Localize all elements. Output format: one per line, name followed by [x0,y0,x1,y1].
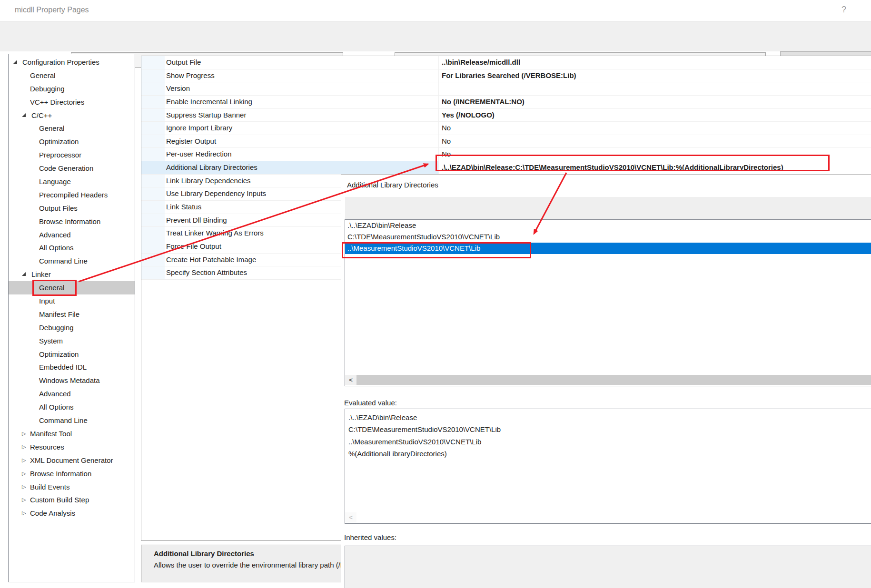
tree-item-label: All Options [9,403,74,411]
configuration-bar: Configuration: Active(Release) Platform:… [0,21,871,51]
tree-item-windows-metadata[interactable]: Windows Metadata [9,374,135,387]
evaluated-value-box[interactable]: .\..\EZAD\bin\ReleaseC:\TDE\MeasurementS… [345,409,871,524]
tree-item-output-files[interactable]: Output Files [9,202,135,215]
tree-item-label: Advanced [9,390,71,398]
tree-expanded-icon[interactable] [22,113,26,117]
scroll-left-button[interactable]: < [345,375,356,385]
grid-gutter [141,214,165,227]
tree-item-xml-document-generator[interactable]: ▷XML Document Generator [9,454,135,467]
property-value[interactable]: No (/INCREMENTAL:NO) [438,96,871,108]
tree-item-label: Output Files [9,204,78,212]
tree-collapsed-icon[interactable]: ▷ [22,507,26,520]
property-row[interactable]: Show ProgressFor Libraries Searched (/VE… [141,69,871,83]
evaluated-value-line: C:\TDE\MeasurementStudioVS2010\VCNET\Lib [345,423,871,435]
tree-collapsed-icon[interactable]: ▷ [22,480,26,494]
property-row[interactable]: Register OutputNo [141,135,871,148]
grid-gutter [141,135,165,148]
tree-item-label: Manifest File [9,310,79,318]
property-row[interactable]: Version [141,82,871,96]
tree-item-browse-information[interactable]: Browse Information [9,215,135,228]
scroll-left-button[interactable]: < [345,512,356,522]
tree-item-configuration-properties[interactable]: Configuration Properties [9,56,135,69]
property-row[interactable]: Suppress Startup BannerYes (/NOLOGO) [141,109,871,122]
tree-item-preprocessor[interactable]: Preprocessor [9,148,135,162]
tree-item-advanced[interactable]: Advanced [9,387,135,401]
tree-item-label: Language [9,177,71,186]
tree-item-all-options[interactable]: All Options [9,401,135,414]
tree-collapsed-icon[interactable]: ▷ [22,493,26,507]
tree-item-code-generation[interactable]: Code Generation [9,162,135,175]
tree-collapsed-icon[interactable]: ▷ [22,467,26,480]
property-name[interactable]: Enable Incremental Linking [166,96,437,108]
tree-expanded-icon[interactable] [13,60,17,64]
tree-item-general[interactable]: General [9,69,135,82]
evaluated-horizontal-scrollbar[interactable]: < [345,512,871,522]
tree-item-c-c-[interactable]: C/C++ [9,109,135,122]
tree-item-browse-information[interactable]: ▷Browse Information [9,467,135,480]
property-value[interactable] [438,82,871,95]
inherited-values-box[interactable] [345,546,871,588]
tree-item-debugging[interactable]: Debugging [9,321,135,334]
property-value[interactable]: No [438,135,871,148]
property-name[interactable]: Additional Library Directories [166,161,437,174]
property-row[interactable]: Output File..\bin\Release/micdll.dll [141,56,871,69]
property-name[interactable]: Suppress Startup Banner [166,109,437,122]
tree-item-custom-build-step[interactable]: ▷Custom Build Step [9,493,135,507]
tree-item-code-analysis[interactable]: ▷Code Analysis [9,507,135,520]
directory-list-item[interactable]: C:\TDE\MeasurementStudioVS2010\VCNET\Lib [345,231,871,243]
tree-item-advanced[interactable]: Advanced [9,228,135,242]
grid-gutter [141,161,165,174]
tree-item-label: General [9,124,64,132]
property-value[interactable]: ..\bin\Release/micdll.dll [438,56,871,69]
grid-gutter [141,187,165,200]
property-name[interactable]: Register Output [166,135,437,148]
property-row[interactable]: Enable Incremental LinkingNo (/INCREMENT… [141,96,871,109]
tree-collapsed-icon[interactable]: ▷ [22,454,26,467]
tree-item-all-options[interactable]: All Options [9,241,135,255]
popup-toolbar [345,197,871,219]
scrollbar-thumb[interactable] [356,375,871,385]
tree-collapsed-icon[interactable]: ▷ [22,427,26,441]
property-value[interactable]: Yes (/NOLOGO) [438,109,871,122]
help-icon[interactable]: ? [841,5,846,15]
annotation-box-additional-library-value [436,155,830,171]
evaluated-value-line: %(AdditionalLibraryDirectories) [345,448,871,460]
property-row[interactable]: Ignore Import LibraryNo [141,122,871,135]
property-value[interactable]: No [438,122,871,135]
tree-item-optimization[interactable]: Optimization [9,135,135,148]
tree-item-manifest-file[interactable]: Manifest File [9,308,135,321]
tree-item-command-line[interactable]: Command Line [9,414,135,427]
tree-item-label: Configuration Properties [9,58,99,66]
tree-item-embedded-idl[interactable]: Embedded IDL [9,361,135,374]
property-name[interactable]: Version [166,82,437,95]
tree-item-label: General [9,71,55,79]
tree-item-language[interactable]: Language [9,175,135,188]
property-name[interactable]: Output File [166,56,437,69]
grid-gutter [141,227,165,240]
tree-item-precompiled-headers[interactable]: Precompiled Headers [9,188,135,202]
tree-item-build-events[interactable]: ▷Build Events [9,480,135,494]
list-horizontal-scrollbar[interactable]: < [345,375,871,385]
evaluated-value-line: .\..\EZAD\bin\Release [345,412,871,423]
tree-item-vc-directories[interactable]: VC++ Directories [9,96,135,109]
tree-item-general[interactable]: General [9,122,135,135]
grid-gutter [141,82,165,95]
tree-item-label: Advanced [9,231,71,239]
tree-item-manifest-tool[interactable]: ▷Manifest Tool [9,427,135,441]
directory-list-item[interactable]: .\..\EZAD\bin\Release [345,220,871,231]
property-name[interactable]: Per-user Redirection [166,148,437,161]
tree-item-label: Optimization [9,350,79,358]
tree-item-input[interactable]: Input [9,294,135,308]
tree-item-system[interactable]: System [9,334,135,348]
evaluated-value-line: ..\MeasurementStudioVS2010\VCNET\Lib [345,436,871,448]
tree-expanded-icon[interactable] [22,272,26,276]
tree-item-debugging[interactable]: Debugging [9,82,135,96]
property-name[interactable]: Ignore Import Library [166,122,437,135]
tree-collapsed-icon[interactable]: ▷ [22,441,26,454]
tree-item-optimization[interactable]: Optimization [9,348,135,361]
tree-item-command-line[interactable]: Command Line [9,255,135,268]
property-name[interactable]: Show Progress [166,69,437,82]
tree-item-linker[interactable]: Linker [9,268,135,281]
property-value[interactable]: For Libraries Searched (/VERBOSE:Lib) [438,69,871,82]
tree-item-resources[interactable]: ▷Resources [9,441,135,454]
